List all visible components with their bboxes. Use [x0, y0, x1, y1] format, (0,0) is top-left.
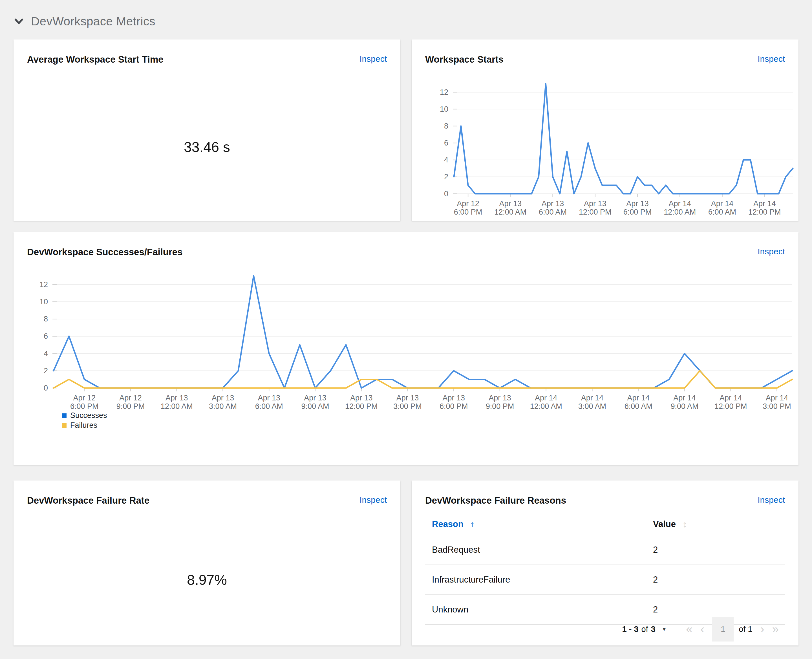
card-title: DevWorkspace Failure Reasons [425, 495, 566, 506]
sort-icon: ↕ [683, 519, 687, 530]
svg-text:Apr 13: Apr 13 [166, 394, 188, 402]
svg-text:9:00 AM: 9:00 AM [301, 402, 329, 411]
table-header-row: Reason ↑ Value ↕ [425, 514, 785, 535]
svg-text:12:00 PM: 12:00 PM [579, 208, 612, 216]
reason-cell: Unknown [425, 605, 646, 615]
value-cell: 2 [646, 575, 785, 585]
svg-text:9:00 PM: 9:00 PM [486, 402, 514, 411]
inspect-link[interactable]: Inspect [758, 495, 785, 504]
svg-text:12: 12 [39, 280, 48, 289]
caret-down-icon: ▾ [663, 626, 666, 632]
value-cell: 2 [646, 545, 785, 555]
legend-label: Failures [70, 421, 97, 430]
svg-text:Apr 13: Apr 13 [350, 394, 373, 402]
current-page-input[interactable]: 1 [712, 617, 734, 642]
previous-page-button[interactable]: ‹ [696, 623, 708, 635]
svg-text:12:00 PM: 12:00 PM [714, 402, 747, 411]
svg-text:Apr 13: Apr 13 [626, 199, 649, 208]
workspace-starts-chart: 024681012Apr 126:00 PMApr 1312:00 AMApr … [412, 39, 798, 221]
column-header-reason[interactable]: Reason ↑ [425, 514, 646, 534]
metric-value-area: 8.97% [14, 514, 400, 645]
reason-cell: InfrastructureFailure [425, 575, 646, 585]
chart-legend: Successes Failures [62, 411, 107, 430]
svg-text:4: 4 [444, 156, 448, 164]
average-start-time-value: 33.46 s [184, 139, 230, 155]
section-title: DevWorkspace Metrics [31, 15, 155, 28]
svg-text:12:00 PM: 12:00 PM [345, 402, 378, 411]
svg-text:6:00 PM: 6:00 PM [440, 402, 468, 411]
pagination-options-menu-toggle[interactable]: 1 - 3 of 3 ▾ [621, 624, 667, 634]
pagination-total: 3 [651, 624, 656, 634]
svg-text:Apr 13: Apr 13 [499, 199, 522, 208]
svg-text:Apr 14: Apr 14 [627, 394, 650, 402]
failure-rate-value: 8.97% [187, 572, 227, 588]
svg-text:3:00 AM: 3:00 AM [209, 402, 237, 411]
next-page-button[interactable]: › [757, 623, 768, 635]
card-failure-reasons: DevWorkspace Failure Reasons Inspect Rea… [412, 481, 798, 645]
svg-text:6:00 PM: 6:00 PM [623, 208, 652, 216]
pager-controls: « ‹ 1 of 1 › » [682, 617, 783, 642]
svg-text:Apr 14: Apr 14 [754, 199, 776, 208]
svg-text:6:00 AM: 6:00 AM [624, 402, 653, 411]
failure-reasons-table: Reason ↑ Value ↕ BadRequest 2 Infrastruc… [425, 514, 785, 625]
svg-text:6:00 PM: 6:00 PM [454, 208, 482, 216]
svg-text:6:00 AM: 6:00 AM [708, 208, 736, 216]
successes-swatch [62, 413, 66, 418]
svg-text:6:00 AM: 6:00 AM [539, 208, 567, 216]
svg-text:6:00 PM: 6:00 PM [70, 402, 99, 411]
pagination: 1 - 3 of 3 ▾ « ‹ 1 of 1 › » [621, 617, 783, 642]
inspect-link[interactable]: Inspect [359, 54, 387, 63]
last-page-button[interactable]: » [768, 623, 783, 635]
legend-item-failures: Failures [62, 421, 107, 430]
svg-text:8: 8 [444, 122, 448, 130]
pagination-range: 1 - 3 [622, 624, 639, 634]
page-count-label: of 1 [739, 624, 752, 634]
svg-text:3:00 AM: 3:00 AM [578, 402, 606, 411]
table-row: InfrastructureFailure 2 [425, 565, 785, 595]
svg-text:12: 12 [440, 88, 448, 96]
card-average-workspace-start-time: Average Workspace Start Time Inspect 33.… [14, 39, 400, 221]
table-row: BadRequest 2 [425, 535, 785, 565]
svg-text:10: 10 [440, 105, 448, 114]
svg-text:Apr 13: Apr 13 [542, 199, 564, 208]
column-header-value[interactable]: Value ↕ [646, 514, 785, 534]
value-cell: 2 [646, 605, 785, 615]
svg-text:Apr 13: Apr 13 [258, 394, 280, 402]
svg-text:0: 0 [44, 384, 48, 392]
card-header: DevWorkspace Failure Reasons Inspect [425, 495, 785, 506]
pagination-of-word: of [642, 624, 648, 634]
svg-text:2: 2 [44, 367, 48, 375]
card-workspace-starts: Workspace Starts Inspect 024681012Apr 12… [412, 39, 798, 221]
svg-text:12:00 AM: 12:00 AM [530, 402, 562, 411]
first-page-button[interactable]: « [682, 623, 696, 635]
inspect-link[interactable]: Inspect [359, 495, 387, 504]
card-header: DevWorkspace Failure Rate Inspect [27, 495, 387, 506]
svg-text:12:00 AM: 12:00 AM [664, 208, 696, 216]
card-header: Average Workspace Start Time Inspect [27, 54, 387, 65]
svg-text:10: 10 [39, 298, 48, 306]
svg-text:Apr 13: Apr 13 [489, 394, 511, 402]
svg-text:Apr 13: Apr 13 [442, 394, 465, 402]
svg-text:Apr 13: Apr 13 [584, 199, 607, 208]
svg-text:Apr 14: Apr 14 [673, 394, 696, 402]
section-expand-toggle[interactable]: DevWorkspace Metrics [14, 15, 155, 28]
column-label: Reason [432, 519, 464, 529]
card-successes-failures: DevWorkspace Successes/Failures Inspect … [14, 232, 798, 465]
svg-text:9:00 PM: 9:00 PM [117, 402, 145, 411]
svg-text:12:00 AM: 12:00 AM [494, 208, 527, 216]
column-label: Value [653, 519, 676, 529]
svg-text:4: 4 [44, 349, 48, 358]
chevron-down-icon [14, 18, 24, 25]
svg-text:6: 6 [444, 139, 448, 147]
svg-text:Apr 14: Apr 14 [766, 394, 788, 402]
svg-text:Apr 13: Apr 13 [304, 394, 326, 402]
svg-text:Apr 14: Apr 14 [711, 199, 734, 208]
svg-text:8: 8 [44, 315, 48, 323]
card-title: DevWorkspace Failure Rate [27, 495, 150, 506]
svg-text:12:00 PM: 12:00 PM [748, 208, 781, 216]
svg-text:0: 0 [444, 189, 448, 198]
svg-text:Apr 13: Apr 13 [212, 394, 234, 402]
legend-item-successes: Successes [62, 411, 107, 421]
svg-text:9:00 AM: 9:00 AM [670, 402, 698, 411]
failures-swatch [62, 423, 66, 428]
